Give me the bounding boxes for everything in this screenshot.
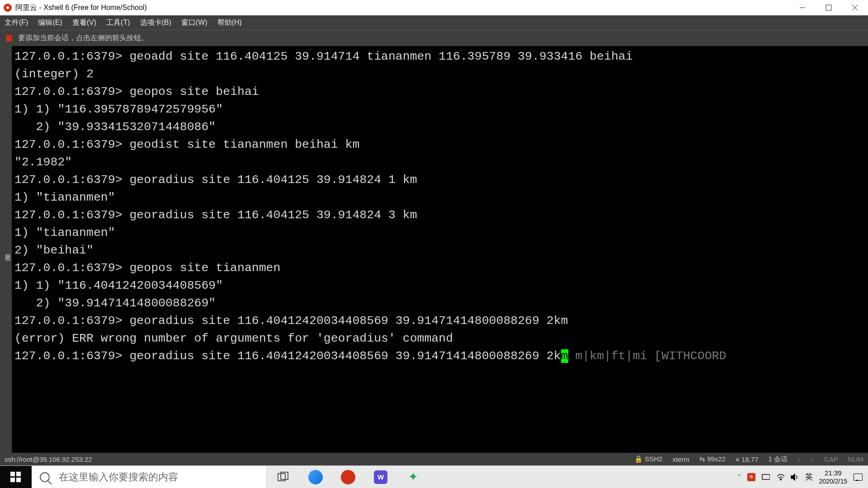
upload-icon: ↑: [797, 455, 801, 463]
term-line: 1) "tiananmen": [14, 191, 115, 204]
app-icon: [4, 4, 12, 12]
svg-rect-1: [826, 5, 831, 10]
svg-rect-10: [762, 474, 770, 479]
taskbar-apps: W ✦: [267, 466, 429, 488]
tray-app-icon[interactable]: ✲: [747, 473, 755, 481]
term-line: 127.0.0.1:6379> georadius site 116.40412…: [14, 173, 417, 187]
status-ssh: 🔒 SSH2: [634, 455, 662, 463]
tip-text: 要添加当前会话，点击左侧的箭头按钮。: [18, 33, 148, 43]
wps-icon: W: [374, 470, 387, 484]
clock-date: 2020/2/15: [819, 477, 847, 485]
status-bar: ssh://root@39.106.92.253:22 🔒 SSH2 xterm…: [0, 453, 868, 465]
status-term: xterm: [672, 455, 689, 463]
svg-marker-13: [791, 474, 795, 480]
session-tab[interactable]: 阿里云: [0, 46, 12, 453]
term-line: 127.0.0.1:6379> geoadd site 116.404125 3…: [14, 50, 633, 63]
tip-bar: 要添加当前会话，点击左侧的箭头按钮。: [0, 30, 868, 46]
term-line: 1) 1) "116.40412420034408569": [14, 279, 223, 292]
menu-help[interactable]: 帮助(H): [216, 17, 244, 28]
download-icon: ↓: [811, 455, 814, 463]
term-line: "2.1982": [14, 155, 72, 169]
menu-view[interactable]: 查看(V): [71, 17, 98, 28]
cursor: m: [561, 349, 568, 363]
task-view-icon: [277, 471, 289, 483]
window-title: 阿里云 - Xshell 6 (Free for Home/School): [15, 3, 147, 13]
minimize-button[interactable]: [789, 0, 816, 15]
term-line: 127.0.0.1:6379> geodist site tiananmen b…: [14, 138, 359, 151]
status-cap: CAP: [824, 455, 838, 463]
close-button[interactable]: [842, 0, 868, 15]
term-line: 127.0.0.1:6379> georadius site 116.40412…: [14, 314, 568, 328]
taskbar: 在这里输入你要搜索的内容 W ✦ ˄ ✲ 英 21:39 2020/2/15: [0, 465, 868, 488]
action-center-icon[interactable]: [854, 474, 863, 481]
term-hint: m|km|ft|mi [WITHCOORD: [568, 349, 726, 363]
taskbar-search[interactable]: 在这里输入你要搜索的内容: [32, 466, 267, 488]
task-view-button[interactable]: [267, 466, 299, 488]
taskbar-app-misc[interactable]: ✦: [397, 466, 429, 488]
terminal[interactable]: 127.0.0.1:6379> geoadd site 116.404125 3…: [12, 46, 868, 453]
status-pos: ≡ 18,77: [736, 455, 758, 463]
term-line: 1) "tiananmen": [14, 226, 115, 239]
search-placeholder: 在这里输入你要搜索的内容: [59, 470, 178, 484]
term-line: 1) 1) "116.39578789472579956": [14, 103, 223, 116]
svg-rect-4: [10, 472, 15, 476]
volume-icon[interactable]: [791, 473, 799, 481]
lock-icon: 🔒: [634, 455, 643, 463]
menu-tab[interactable]: 选项卡(B): [138, 17, 173, 28]
clock[interactable]: 21:39 2020/2/15: [819, 469, 847, 485]
flag-icon: [6, 35, 14, 42]
battery-icon[interactable]: [762, 473, 770, 481]
svg-point-12: [780, 479, 781, 480]
term-line: 2) "39.91471414800088269": [14, 296, 216, 310]
term-line: 127.0.0.1:6379> geopos site beihai: [14, 85, 259, 99]
tray-overflow-button[interactable]: ˄: [738, 474, 741, 480]
titlebar: 阿里云 - Xshell 6 (Free for Home/School): [0, 0, 868, 15]
wifi-icon[interactable]: [776, 473, 784, 481]
term-line: (integer) 2: [14, 67, 94, 81]
xshell-icon: [341, 470, 355, 484]
search-icon: [40, 472, 50, 482]
term-current-pre: 127.0.0.1:6379> georadius site 116.40412…: [14, 349, 561, 363]
svg-rect-5: [16, 472, 21, 476]
term-line: (error) ERR wrong number of arguments fo…: [14, 332, 453, 345]
ime-indicator[interactable]: 英: [805, 472, 813, 482]
menubar: 文件(F) 编辑(E) 查看(V) 工具(T) 选项卡(B) 窗口(W) 帮助(…: [0, 15, 868, 30]
start-button[interactable]: [0, 466, 32, 488]
misc-icon: ✦: [406, 470, 420, 484]
svg-rect-6: [10, 478, 15, 482]
taskbar-app-wps[interactable]: W: [364, 466, 397, 488]
maximize-button[interactable]: [816, 0, 842, 15]
status-sessions: 1 会话: [768, 455, 788, 464]
svg-rect-7: [16, 478, 21, 482]
windows-icon: [10, 472, 21, 483]
taskbar-app-browser[interactable]: [299, 466, 332, 488]
browser-icon: [308, 470, 323, 484]
term-line: 2) "beihai": [14, 244, 94, 257]
term-line: 127.0.0.1:6379> geopos site tiananmen: [14, 261, 280, 275]
menu-file[interactable]: 文件(F): [3, 17, 30, 28]
status-num: NUM: [848, 455, 863, 463]
taskbar-app-xshell[interactable]: [332, 466, 364, 488]
menu-edit[interactable]: 编辑(E): [36, 17, 64, 28]
term-line: 127.0.0.1:6379> georadius site 116.40412…: [14, 208, 417, 222]
status-size: ⇆ 99x22: [699, 455, 726, 463]
term-line: 2) "39.93341532071448086": [14, 120, 216, 134]
menu-tools[interactable]: 工具(T): [104, 17, 132, 28]
clock-time: 21:39: [819, 469, 847, 477]
system-tray: ˄ ✲ 英 21:39 2020/2/15: [738, 466, 868, 488]
menu-window[interactable]: 窗口(W): [179, 17, 209, 28]
status-connection: ssh://root@39.106.92.253:22: [5, 455, 92, 463]
